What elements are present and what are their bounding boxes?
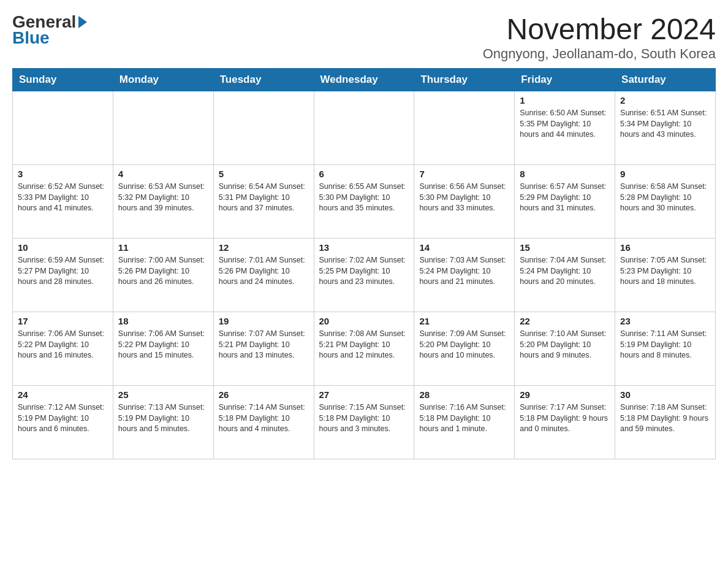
calendar-cell-w4-d1: 17Sunrise: 7:06 AM Sunset: 5:22 PM Dayli… bbox=[13, 312, 113, 386]
day-number: 21 bbox=[419, 316, 509, 326]
day-number: 12 bbox=[219, 242, 309, 253]
day-number: 6 bbox=[319, 169, 409, 179]
day-info: Sunrise: 7:18 AM Sunset: 5:18 PM Dayligh… bbox=[620, 402, 710, 435]
calendar-table: Sunday Monday Tuesday Wednesday Thursday… bbox=[12, 68, 716, 459]
calendar-week-4: 17Sunrise: 7:06 AM Sunset: 5:22 PM Dayli… bbox=[13, 312, 716, 386]
day-number: 23 bbox=[620, 316, 710, 326]
calendar-cell-w1-d3 bbox=[213, 91, 314, 165]
day-number: 26 bbox=[219, 389, 309, 400]
day-info: Sunrise: 7:15 AM Sunset: 5:18 PM Dayligh… bbox=[319, 402, 409, 435]
day-number: 22 bbox=[520, 316, 610, 326]
day-number: 25 bbox=[118, 389, 208, 400]
day-info: Sunrise: 7:08 AM Sunset: 5:21 PM Dayligh… bbox=[319, 329, 409, 361]
calendar-body: 1Sunrise: 6:50 AM Sunset: 5:35 PM Daylig… bbox=[13, 91, 716, 459]
day-info: Sunrise: 6:55 AM Sunset: 5:30 PM Dayligh… bbox=[319, 182, 409, 214]
day-info: Sunrise: 7:00 AM Sunset: 5:26 PM Dayligh… bbox=[118, 255, 208, 288]
logo-blue-text: Blue bbox=[12, 28, 50, 48]
calendar-cell-w4-d4: 20Sunrise: 7:08 AM Sunset: 5:21 PM Dayli… bbox=[314, 312, 414, 386]
page-header: General Blue November 2024 Ongnyong, Jeo… bbox=[12, 12, 716, 62]
calendar-cell-w3-d2: 11Sunrise: 7:00 AM Sunset: 5:26 PM Dayli… bbox=[113, 239, 213, 312]
calendar-cell-w5-d4: 27Sunrise: 7:15 AM Sunset: 5:18 PM Dayli… bbox=[314, 386, 414, 459]
calendar-cell-w3-d6: 15Sunrise: 7:04 AM Sunset: 5:24 PM Dayli… bbox=[515, 239, 615, 312]
calendar-cell-w1-d5 bbox=[414, 91, 515, 165]
day-info: Sunrise: 7:14 AM Sunset: 5:18 PM Dayligh… bbox=[219, 402, 309, 435]
day-info: Sunrise: 7:03 AM Sunset: 5:24 PM Dayligh… bbox=[419, 255, 509, 288]
day-info: Sunrise: 7:06 AM Sunset: 5:22 PM Dayligh… bbox=[118, 329, 208, 361]
day-number: 30 bbox=[620, 389, 710, 400]
calendar-cell-w5-d2: 25Sunrise: 7:13 AM Sunset: 5:19 PM Dayli… bbox=[113, 386, 213, 459]
calendar-cell-w3-d3: 12Sunrise: 7:01 AM Sunset: 5:26 PM Dayli… bbox=[213, 239, 314, 312]
day-number: 24 bbox=[18, 389, 108, 400]
day-info: Sunrise: 6:51 AM Sunset: 5:34 PM Dayligh… bbox=[620, 108, 710, 140]
col-wednesday: Wednesday bbox=[314, 69, 414, 91]
day-info: Sunrise: 6:53 AM Sunset: 5:32 PM Dayligh… bbox=[118, 182, 208, 214]
day-number: 1 bbox=[520, 95, 610, 105]
calendar-cell-w1-d4 bbox=[314, 91, 414, 165]
calendar-week-1: 1Sunrise: 6:50 AM Sunset: 5:35 PM Daylig… bbox=[13, 91, 716, 165]
day-info: Sunrise: 7:04 AM Sunset: 5:24 PM Dayligh… bbox=[520, 255, 610, 288]
calendar-cell-w2-d2: 4Sunrise: 6:53 AM Sunset: 5:32 PM Daylig… bbox=[113, 165, 213, 239]
calendar-week-2: 3Sunrise: 6:52 AM Sunset: 5:33 PM Daylig… bbox=[13, 165, 716, 239]
col-monday: Monday bbox=[113, 69, 213, 91]
day-info: Sunrise: 7:07 AM Sunset: 5:21 PM Dayligh… bbox=[219, 329, 309, 361]
calendar-cell-w1-d2 bbox=[113, 91, 213, 165]
day-info: Sunrise: 6:54 AM Sunset: 5:31 PM Dayligh… bbox=[219, 182, 309, 214]
calendar-cell-w2-d5: 7Sunrise: 6:56 AM Sunset: 5:30 PM Daylig… bbox=[414, 165, 515, 239]
col-saturday: Saturday bbox=[615, 69, 716, 91]
calendar-header-row: Sunday Monday Tuesday Wednesday Thursday… bbox=[13, 69, 716, 91]
day-number: 29 bbox=[520, 389, 610, 400]
day-info: Sunrise: 6:58 AM Sunset: 5:28 PM Dayligh… bbox=[620, 182, 710, 214]
calendar-cell-w2-d4: 6Sunrise: 6:55 AM Sunset: 5:30 PM Daylig… bbox=[314, 165, 414, 239]
calendar-cell-w1-d6: 1Sunrise: 6:50 AM Sunset: 5:35 PM Daylig… bbox=[515, 91, 615, 165]
day-number: 17 bbox=[18, 316, 108, 326]
day-number: 8 bbox=[520, 169, 610, 179]
day-number: 11 bbox=[118, 242, 208, 253]
day-info: Sunrise: 7:13 AM Sunset: 5:19 PM Dayligh… bbox=[118, 402, 208, 435]
day-info: Sunrise: 7:12 AM Sunset: 5:19 PM Dayligh… bbox=[18, 402, 108, 435]
day-number: 2 bbox=[620, 95, 710, 105]
day-info: Sunrise: 6:50 AM Sunset: 5:35 PM Dayligh… bbox=[520, 108, 610, 140]
calendar-week-5: 24Sunrise: 7:12 AM Sunset: 5:19 PM Dayli… bbox=[13, 386, 716, 459]
col-thursday: Thursday bbox=[414, 69, 515, 91]
col-friday: Friday bbox=[515, 69, 615, 91]
calendar-cell-w4-d6: 22Sunrise: 7:10 AM Sunset: 5:20 PM Dayli… bbox=[515, 312, 615, 386]
calendar-cell-w3-d4: 13Sunrise: 7:02 AM Sunset: 5:25 PM Dayli… bbox=[314, 239, 414, 312]
day-info: Sunrise: 6:57 AM Sunset: 5:29 PM Dayligh… bbox=[520, 182, 610, 214]
day-info: Sunrise: 7:05 AM Sunset: 5:23 PM Dayligh… bbox=[620, 255, 710, 288]
day-info: Sunrise: 7:11 AM Sunset: 5:19 PM Dayligh… bbox=[620, 329, 710, 361]
day-number: 18 bbox=[118, 316, 208, 326]
day-number: 9 bbox=[620, 169, 710, 179]
day-info: Sunrise: 7:06 AM Sunset: 5:22 PM Dayligh… bbox=[18, 329, 108, 361]
day-number: 19 bbox=[219, 316, 309, 326]
calendar-cell-w2-d7: 9Sunrise: 6:58 AM Sunset: 5:28 PM Daylig… bbox=[615, 165, 716, 239]
day-number: 5 bbox=[219, 169, 309, 179]
calendar-cell-w5-d1: 24Sunrise: 7:12 AM Sunset: 5:19 PM Dayli… bbox=[13, 386, 113, 459]
calendar-cell-w3-d7: 16Sunrise: 7:05 AM Sunset: 5:23 PM Dayli… bbox=[615, 239, 716, 312]
day-number: 4 bbox=[118, 169, 208, 179]
col-sunday: Sunday bbox=[13, 69, 113, 91]
calendar-cell-w5-d6: 29Sunrise: 7:17 AM Sunset: 5:18 PM Dayli… bbox=[515, 386, 615, 459]
calendar-cell-w5-d3: 26Sunrise: 7:14 AM Sunset: 5:18 PM Dayli… bbox=[213, 386, 314, 459]
calendar-cell-w4-d3: 19Sunrise: 7:07 AM Sunset: 5:21 PM Dayli… bbox=[213, 312, 314, 386]
day-info: Sunrise: 6:52 AM Sunset: 5:33 PM Dayligh… bbox=[18, 182, 108, 214]
day-number: 14 bbox=[419, 242, 509, 253]
day-number: 10 bbox=[18, 242, 108, 253]
logo: General Blue bbox=[12, 12, 87, 48]
calendar-cell-w3-d1: 10Sunrise: 6:59 AM Sunset: 5:27 PM Dayli… bbox=[13, 239, 113, 312]
day-number: 15 bbox=[520, 242, 610, 253]
title-area: November 2024 Ongnyong, Jeollanam-do, So… bbox=[483, 12, 716, 62]
day-info: Sunrise: 7:16 AM Sunset: 5:18 PM Dayligh… bbox=[419, 402, 509, 435]
calendar-cell-w1-d1 bbox=[13, 91, 113, 165]
calendar-cell-w4-d2: 18Sunrise: 7:06 AM Sunset: 5:22 PM Dayli… bbox=[113, 312, 213, 386]
day-number: 16 bbox=[620, 242, 710, 253]
day-info: Sunrise: 6:59 AM Sunset: 5:27 PM Dayligh… bbox=[18, 255, 108, 288]
calendar-cell-w3-d5: 14Sunrise: 7:03 AM Sunset: 5:24 PM Dayli… bbox=[414, 239, 515, 312]
calendar-cell-w4-d5: 21Sunrise: 7:09 AM Sunset: 5:20 PM Dayli… bbox=[414, 312, 515, 386]
location-label: Ongnyong, Jeollanam-do, South Korea bbox=[483, 46, 716, 62]
day-info: Sunrise: 7:17 AM Sunset: 5:18 PM Dayligh… bbox=[520, 402, 610, 435]
calendar-cell-w5-d5: 28Sunrise: 7:16 AM Sunset: 5:18 PM Dayli… bbox=[414, 386, 515, 459]
col-tuesday: Tuesday bbox=[213, 69, 314, 91]
calendar-cell-w2-d3: 5Sunrise: 6:54 AM Sunset: 5:31 PM Daylig… bbox=[213, 165, 314, 239]
calendar-cell-w2-d1: 3Sunrise: 6:52 AM Sunset: 5:33 PM Daylig… bbox=[13, 165, 113, 239]
day-number: 27 bbox=[319, 389, 409, 400]
